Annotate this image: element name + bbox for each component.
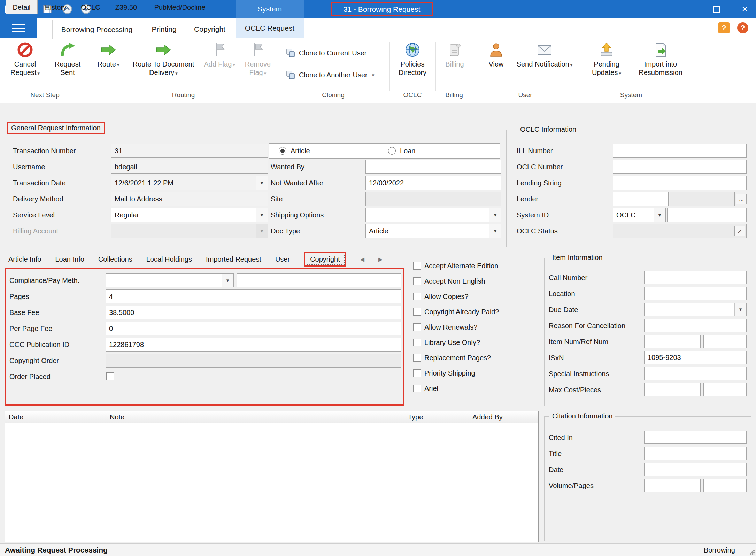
subtab-user[interactable]: User bbox=[275, 255, 290, 263]
clone-to-current-user-button[interactable]: Clone to Current User bbox=[286, 45, 367, 61]
minimize-button[interactable] bbox=[676, 0, 699, 18]
cancel-request-button[interactable]: Cancel Request▾ bbox=[6, 42, 45, 77]
chevron-down-icon[interactable]: ▾ bbox=[256, 176, 268, 190]
flag-allow-renewals[interactable]: Allow Renewals? bbox=[413, 323, 477, 332]
subtab-loan-info[interactable]: Loan Info bbox=[55, 255, 84, 263]
subtab-article-info[interactable]: Article Info bbox=[8, 255, 41, 263]
subtab-collections[interactable]: Collections bbox=[98, 255, 132, 263]
import-into-resubmission-button[interactable]: Import into Resubmission bbox=[635, 42, 686, 77]
special-instructions-input[interactable] bbox=[644, 367, 747, 380]
request-sent-button[interactable]: Request Sent bbox=[51, 42, 84, 77]
oclc-status-expand-button[interactable]: ↗ bbox=[734, 226, 745, 236]
system-id-combo[interactable]: OCLC ▾ bbox=[613, 208, 666, 222]
service-level-combo[interactable]: Regular ▾ bbox=[111, 208, 268, 222]
flag-library-use-only[interactable]: Library Use Only? bbox=[413, 338, 480, 347]
tab-history[interactable]: History bbox=[38, 1, 74, 14]
item-num-input[interactable] bbox=[644, 335, 701, 348]
chevron-down-icon[interactable]: ▾ bbox=[654, 208, 665, 222]
checkbox[interactable] bbox=[413, 308, 421, 316]
transaction-number-input[interactable] bbox=[111, 144, 268, 158]
ref-num-input[interactable] bbox=[703, 335, 747, 348]
tab-pubmed-docline[interactable]: PubMed/Docline bbox=[145, 1, 215, 14]
ill-number-input[interactable] bbox=[613, 144, 747, 158]
resize-grip[interactable] bbox=[749, 549, 755, 555]
maximize-button[interactable] bbox=[705, 0, 728, 18]
checkbox[interactable] bbox=[413, 385, 421, 392]
send-notification-button[interactable]: Send Notification▾ bbox=[515, 42, 574, 68]
lender-browse-button[interactable]: ... bbox=[736, 194, 747, 204]
flag-copyright-already-paid[interactable]: Copyright Already Paid? bbox=[413, 307, 499, 316]
pages-range-input[interactable] bbox=[703, 479, 747, 492]
tab-detail[interactable]: Detail bbox=[6, 0, 38, 14]
base-fee-input[interactable] bbox=[106, 306, 401, 319]
lending-string-input[interactable] bbox=[613, 176, 747, 190]
checkbox[interactable] bbox=[413, 262, 421, 270]
chevron-down-icon[interactable]: ▾ bbox=[222, 274, 233, 287]
flag-priority-shipping[interactable]: Priority Shipping bbox=[413, 369, 475, 378]
volume-input[interactable] bbox=[644, 479, 701, 492]
tab-oclc-request[interactable]: OCLC Request bbox=[236, 18, 304, 38]
help-tile-icon[interactable]: ? bbox=[718, 22, 730, 33]
cited-in-input[interactable] bbox=[644, 431, 747, 444]
checkbox[interactable] bbox=[413, 339, 421, 346]
tab-copyright[interactable]: Copyright bbox=[188, 20, 231, 38]
username-input[interactable] bbox=[111, 160, 268, 174]
compliance-combo[interactable]: ▾ bbox=[106, 273, 234, 287]
per-page-fee-input[interactable] bbox=[106, 322, 401, 335]
tab-borrowing-processing[interactable]: Borrowing Processing bbox=[52, 20, 141, 39]
citation-title-input[interactable] bbox=[644, 447, 747, 460]
flag-accept-alternate-edition[interactable]: Accept Alternate Edition bbox=[413, 261, 498, 270]
view-button[interactable]: View bbox=[480, 42, 512, 68]
policies-directory-button[interactable]: Policies Directory bbox=[390, 42, 435, 77]
isxn-input[interactable] bbox=[644, 351, 747, 364]
tab-z3950[interactable]: Z39.50 bbox=[107, 1, 145, 14]
transaction-date-combo[interactable]: 12/6/2021 1:22 PM ▾ bbox=[111, 176, 268, 190]
notes-column-added-by[interactable]: Added By bbox=[469, 411, 538, 423]
file-menu-button[interactable] bbox=[0, 18, 37, 38]
notes-column-type[interactable]: Type bbox=[404, 411, 469, 423]
subtab-scroll-right-icon[interactable]: ▶ bbox=[378, 256, 383, 263]
subtab-scroll-left-icon[interactable]: ◀ bbox=[360, 256, 364, 263]
oclc-number-input[interactable] bbox=[613, 160, 747, 174]
route-to-document-delivery-button[interactable]: Route To Document Delivery▾ bbox=[128, 42, 199, 77]
reason-for-cancell​ation-input[interactable] bbox=[644, 319, 747, 332]
subtab-imported-request[interactable]: Imported Request bbox=[206, 255, 261, 263]
notes-table-body[interactable] bbox=[5, 423, 538, 542]
shipping-options-combo[interactable]: ▾ bbox=[365, 208, 501, 222]
tab-oclc[interactable]: OCLC bbox=[74, 1, 107, 14]
flag-allow-copies[interactable]: Allow Copies? bbox=[413, 292, 469, 301]
order-placed-checkbox[interactable] bbox=[106, 372, 114, 380]
subtab-copyright[interactable]: Copyright bbox=[306, 254, 345, 265]
pages-input[interactable] bbox=[106, 289, 401, 303]
route-button[interactable]: Route▾ bbox=[93, 42, 124, 68]
subtab-local-holdings[interactable]: Local Holdings bbox=[146, 255, 192, 263]
checkbox[interactable] bbox=[413, 354, 421, 362]
clone-to-another-user-button[interactable]: Clone to Another User ▾ bbox=[286, 67, 374, 83]
notes-column-date[interactable]: Date bbox=[5, 411, 106, 423]
doc-type-combo[interactable]: Article ▾ bbox=[365, 224, 501, 238]
close-button[interactable]: × bbox=[734, 0, 756, 18]
checkbox[interactable] bbox=[413, 323, 421, 331]
call-number-input[interactable] bbox=[644, 271, 747, 284]
notes-column-note[interactable]: Note bbox=[106, 411, 404, 423]
due-date-combo[interactable]: ▾ bbox=[644, 303, 747, 316]
ccc-publication-id-input[interactable] bbox=[106, 338, 401, 352]
flag-replacement-pages[interactable]: Replacement Pages? bbox=[413, 353, 491, 362]
delivery-method-input[interactable] bbox=[111, 192, 268, 206]
help-circle-icon[interactable]: ? bbox=[737, 22, 748, 33]
citation-date-input[interactable] bbox=[644, 463, 747, 476]
chevron-down-icon[interactable]: ▾ bbox=[489, 208, 501, 222]
article-radio[interactable] bbox=[279, 147, 286, 155]
compliance-secondary-input[interactable] bbox=[237, 273, 401, 287]
checkbox[interactable] bbox=[413, 293, 421, 300]
tab-printing[interactable]: Printing bbox=[146, 20, 183, 38]
loan-radio[interactable] bbox=[388, 147, 396, 155]
flag-accept-non-english[interactable]: Accept Non English bbox=[413, 277, 485, 286]
location-input[interactable] bbox=[644, 287, 747, 300]
wanted-by-input[interactable] bbox=[365, 160, 501, 174]
flag-ariel[interactable]: Ariel bbox=[413, 384, 438, 393]
chevron-down-icon[interactable]: ▾ bbox=[734, 303, 746, 316]
chevron-down-icon[interactable]: ▾ bbox=[256, 208, 268, 222]
pending-updates-button[interactable]: Pending Updates▾ bbox=[583, 42, 631, 77]
pieces-input[interactable] bbox=[703, 383, 747, 396]
